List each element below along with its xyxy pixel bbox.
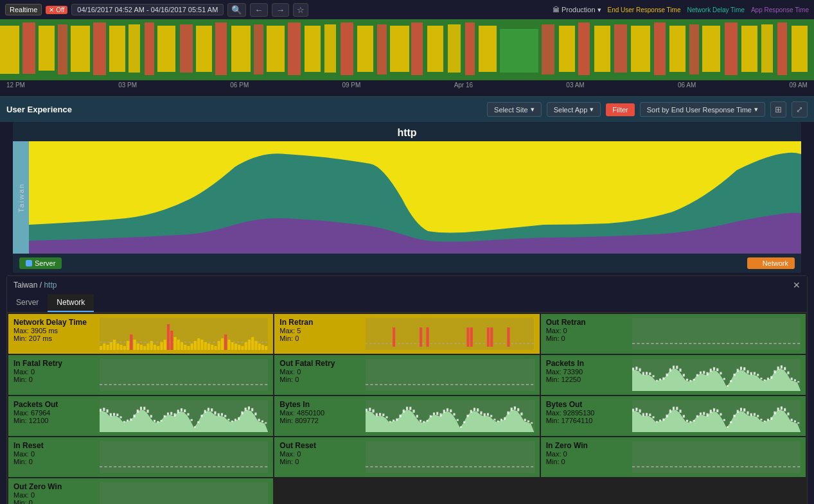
svg-rect-157 [774,370,775,374]
svg-rect-222 [383,413,385,416]
timeline-chart[interactable] [0,19,814,80]
production-dropdown[interactable]: 🏛 Production ▾ [553,6,601,14]
metric-cell-0: Network Delay TimeMax: 3905 msMin: 207 m… [8,314,273,354]
metric-name-6: Packets Out [13,400,97,409]
svg-rect-130 [682,374,684,376]
nav-fwd-button[interactable]: → [272,3,289,17]
svg-rect-262 [517,408,519,412]
svg-rect-225 [393,420,394,422]
metric-info-9: In ResetMax: 0Min: 0 [13,441,97,473]
sort-dropdown[interactable]: Sort by End User Response Time ▾ [640,102,765,117]
metric-name-9: In Reset [13,441,97,450]
realtime-button[interactable]: Realtime [5,4,42,15]
svg-rect-197 [204,410,206,413]
svg-rect-140 [716,369,718,371]
svg-rect-55 [123,346,126,350]
metric-min-7: Min: 809772 [279,417,363,424]
svg-rect-160 [784,367,786,370]
metric-info-5: Packets InMax: 73390Min: 12250 [546,359,630,391]
svg-rect-150 [750,372,752,376]
svg-rect-69 [170,331,173,350]
svg-rect-162 [790,378,792,380]
svg-rect-24 [411,22,423,75]
metric-name-1: In Retran [279,318,363,327]
svg-rect-53 [116,343,119,350]
metric-min-12: Min: 0 [13,499,97,504]
metric-min-2: Min: 0 [546,335,630,342]
svg-rect-1 [0,26,19,74]
star-button[interactable]: ☆ [293,3,308,17]
svg-rect-89 [238,345,240,350]
metric-min-9: Min: 0 [13,458,97,465]
svg-rect-133 [693,379,695,380]
timeline-label-9am: 09 AM [790,82,808,89]
svg-rect-265 [527,421,529,422]
svg-rect-57 [130,335,132,350]
svg-rect-167 [103,408,105,411]
svg-rect-207 [238,417,240,420]
svg-rect-32 [578,22,590,75]
svg-rect-83 [218,341,220,350]
svg-rect-315 [790,419,792,421]
svg-rect-64 [154,345,156,350]
metric-cell-3: In Fatal RetryMax: 0Min: 0 [8,355,273,395]
tabs-row: Server Network [7,294,807,313]
svg-rect-284 [686,420,688,422]
metric-chart-8 [632,400,801,432]
metric-chart-11 [632,441,801,473]
select-site-dropdown[interactable]: Select Site ▾ [487,102,542,117]
svg-rect-125 [666,374,668,376]
svg-rect-141 [720,372,721,374]
svg-rect-143 [727,385,729,387]
metric-max-5: Max: 73390 [546,368,630,376]
svg-rect-313 [784,408,786,412]
nav-back-button[interactable]: ← [250,3,267,17]
svg-rect-314 [787,413,789,415]
svg-rect-184 [160,420,162,421]
svg-rect-312 [781,406,783,410]
network-badge[interactable]: Network [747,257,795,269]
svg-rect-178 [140,407,142,410]
svg-rect-129 [679,369,681,372]
metric-min-10: Min: 0 [279,458,363,465]
svg-rect-297 [730,421,732,423]
svg-rect-183 [157,421,159,423]
svg-rect-190 [181,408,182,412]
svg-rect-305 [757,415,759,417]
svg-rect-171 [116,413,118,416]
svg-rect-106 [490,327,493,347]
chart-area[interactable] [29,141,801,254]
server-badge[interactable]: Server [19,257,62,269]
svg-rect-54 [119,345,122,350]
svg-rect-118 [642,372,644,376]
svg-rect-322 [632,441,801,473]
tab-server[interactable]: Server [7,294,48,312]
metric-info-3: In Fatal RetryMax: 0Min: 0 [13,359,97,391]
expand-button[interactable]: ⤢ [792,101,808,117]
breadcrumb-app[interactable]: http [44,281,57,290]
svg-rect-13 [215,22,227,75]
svg-rect-101 [420,327,422,347]
timeline-label-9pm: 09 PM [342,82,360,89]
metric-chart-2 [632,318,801,350]
svg-rect-226 [396,419,398,421]
detail-close-button[interactable]: ✕ [793,280,801,290]
select-app-dropdown[interactable]: Select App ▾ [547,102,601,117]
zoom-button[interactable]: 🔍 [227,3,246,17]
tab-network[interactable]: Network [48,294,94,312]
top-right-area: 🏛 Production ▾ End User Response Time Ne… [553,6,809,14]
svg-rect-324 [100,482,268,504]
svg-rect-308 [767,419,769,421]
svg-rect-81 [211,345,213,350]
filter-button[interactable]: Filter [606,103,634,116]
svg-rect-86 [227,340,230,350]
svg-rect-234 [423,421,425,423]
svg-rect-23 [390,26,409,72]
svg-rect-115 [632,368,634,371]
off-badge[interactable]: ✕ Off [46,6,67,14]
svg-rect-230 [410,407,412,410]
svg-rect-246 [463,421,465,423]
grid-view-button[interactable]: ⊞ [770,101,786,117]
svg-rect-280 [673,407,675,410]
svg-rect-196 [200,415,202,417]
